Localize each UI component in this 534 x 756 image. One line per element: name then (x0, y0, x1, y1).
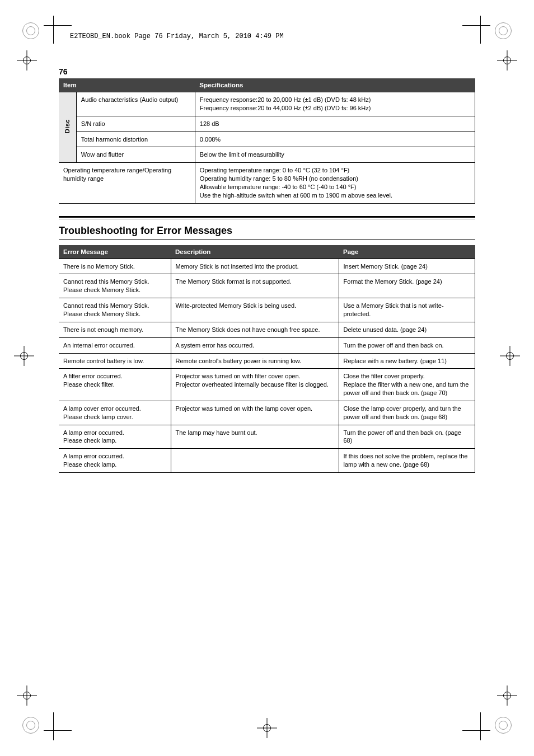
reg-mark-icon (22, 717, 39, 734)
col-error: Error Message (59, 245, 171, 259)
table-cell: Projector was turned on with filter cove… (171, 369, 339, 401)
table-cell: The Memory Stick format is not supported… (171, 274, 339, 298)
table-cell: Turn the power off and then back on. (339, 337, 475, 353)
table-row: Cannot read this Memory Stick.Please che… (59, 274, 475, 298)
table-cell: Insert Memory Stick. (page 24) (339, 259, 475, 274)
table-cell: There is not enough memory. (59, 322, 171, 337)
reg-cross-icon (17, 50, 37, 71)
table-cell: 0.008% (195, 132, 475, 147)
col-page: Page (339, 245, 475, 259)
table-row: A lamp error occurred.Please check lamp.… (59, 449, 475, 473)
reg-cross-icon (497, 685, 517, 706)
reg-cross-icon (257, 718, 277, 738)
table-cell: Audio characteristics (Audio output) (76, 92, 195, 116)
table-cell: If this does not solve the problem, repl… (339, 449, 475, 473)
table-cell: Below the limit of measurability (195, 147, 475, 163)
table-cell: Format the Memory Stick. (page 24) (339, 274, 475, 298)
table-cell: Frequency response:20 to 20,000 Hz (±1 d… (195, 92, 475, 116)
table-cell: Total harmonic distortion (76, 132, 195, 147)
reg-mark-icon (22, 22, 39, 39)
col-desc: Description (171, 245, 339, 259)
reg-cross-icon (14, 346, 34, 366)
table-cell: Close the lamp cover properly, and turn … (339, 401, 475, 425)
table-row: A filter error occurred.Please check fil… (59, 369, 475, 401)
table-row: Remote control battery is low. Remote co… (59, 353, 475, 369)
table-cell: Remote control battery is low. (59, 353, 171, 369)
table-row: A lamp error occurred.Please check lamp.… (59, 425, 475, 449)
table-cell: Write-protected Memory Stick is being us… (171, 298, 339, 322)
table-cell: Operating temperature range/Operating hu… (59, 163, 195, 203)
table-row: There is not enough memory. The Memory S… (59, 322, 475, 337)
table-cell: A system error has occurred. (171, 337, 339, 353)
table-cell: Remote control's battery power is runnin… (171, 353, 339, 369)
reg-mark-icon (495, 717, 512, 734)
table-cell: A lamp error occurred.Please check lamp. (59, 449, 171, 473)
table-cell: A filter error occurred.Please check fil… (59, 369, 171, 401)
table-cell: Delete unused data. (page 24) (339, 322, 475, 337)
print-header: E2TEOBD_EN.book Page 76 Friday, March 5,… (70, 32, 284, 40)
row-group-disc: Disc (59, 92, 76, 163)
table-cell: Memory Stick is not inserted into the pr… (171, 259, 339, 274)
section-title: Troubleshooting for Error Messages (59, 225, 475, 237)
table-cell: Wow and flutter (76, 147, 195, 163)
table-row: A lamp cover error occurred.Please check… (59, 401, 475, 425)
table-cell: Cannot read this Memory Stick.Please che… (59, 274, 171, 298)
table-cell: S/N ratio (76, 116, 195, 132)
col-spec: Specifications (195, 78, 475, 92)
table-cell: The Memory Stick does not have enough fr… (171, 322, 339, 337)
table-cell: Use a Memory Stick that is not write-pro… (339, 298, 475, 322)
table-cell: Cannot read this Memory Stick.Please che… (59, 298, 171, 322)
reg-cross-icon (497, 50, 517, 71)
reg-mark-icon (495, 22, 512, 39)
col-item: Item (59, 78, 195, 92)
table-row: There is no Memory Stick. Memory Stick i… (59, 259, 475, 274)
table-cell: Close the filter cover properly.Replace … (339, 369, 475, 401)
table-cell (171, 449, 339, 473)
page-number: 76 (59, 67, 475, 76)
table-row: Cannot read this Memory Stick.Please che… (59, 298, 475, 322)
table-cell: 128 dB (195, 116, 475, 132)
table-cell: A lamp error occurred.Please check lamp. (59, 425, 171, 449)
table-cell: A lamp cover error occurred.Please check… (59, 401, 171, 425)
page-content: 76 Item Specifications Disc Audio charac… (59, 67, 475, 473)
table-cell: Turn the power off and then back on. (pa… (339, 425, 475, 449)
table-row: An internal error occurred. A system err… (59, 337, 475, 353)
specifications-table: Item Specifications Disc Audio character… (59, 78, 475, 204)
table-cell: There is no Memory Stick. (59, 259, 171, 274)
error-messages-table: Error Message Description Page There is … (59, 245, 475, 473)
table-cell: Operating temperature range: 0 to 40 °C … (195, 163, 475, 203)
table-cell: The lamp may have burnt out. (171, 425, 339, 449)
table-cell: An internal error occurred. (59, 337, 171, 353)
reg-cross-icon (500, 346, 520, 366)
table-cell: Replace with a new battery. (page 11) (339, 353, 475, 369)
reg-cross-icon (17, 685, 37, 706)
table-cell: Projector was turned on with the lamp co… (171, 401, 339, 425)
